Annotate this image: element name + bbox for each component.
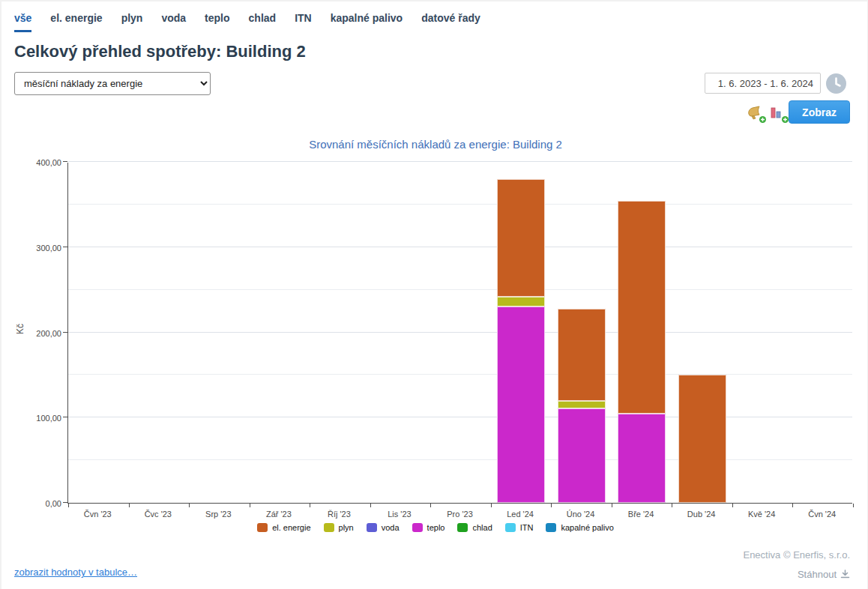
bar-segment-el-energie[interactable]	[678, 375, 726, 503]
x-tick-label: Srp '23	[184, 510, 252, 519]
x-tick-label: Říj '23	[305, 510, 373, 519]
legend-swatch	[367, 523, 377, 532]
x-tick	[612, 504, 612, 507]
legend-swatch	[505, 523, 516, 532]
y-tick-label: 200,00	[1, 329, 61, 338]
legend-label: el. energie	[272, 523, 310, 532]
x-tick-label: Bře '24	[607, 510, 675, 519]
tab-v-e[interactable]: vše	[14, 12, 31, 32]
x-tick	[792, 504, 793, 507]
legend-label: voda	[382, 523, 400, 532]
bar-segment-el-energie[interactable]	[558, 309, 606, 401]
x-tick-label: Čvn '24	[789, 510, 856, 519]
legend-label: teplo	[427, 523, 445, 532]
y-tick-label: 0,00	[1, 499, 61, 508]
chart-legend: el. energieplynvodateplochladITNkapalné …	[1, 523, 868, 532]
legend-item-ITN[interactable]: ITN	[505, 523, 534, 532]
legend-swatch	[257, 523, 268, 532]
legend-swatch	[457, 523, 468, 532]
brand-text: Enectiva © Enerfis, s.r.o.	[743, 549, 850, 561]
y-tick-label: 100,00	[1, 414, 61, 423]
date-range-input[interactable]	[705, 73, 821, 94]
x-tick-label: Lis '23	[366, 510, 433, 519]
legend-label: kapalné palivo	[561, 523, 613, 532]
stacked-bar-chart: Srovnání měsíčních nákladů za energie: B…	[1, 130, 868, 550]
y-tick	[63, 247, 67, 247]
tab-plyn[interactable]: plyn	[121, 12, 143, 32]
tab-ITN[interactable]: ITN	[295, 12, 312, 32]
tab-kapaln-palivo[interactable]: kapalné palivo	[331, 12, 403, 32]
x-tick	[672, 504, 672, 507]
tab-datov-ady[interactable]: datové řady	[421, 12, 480, 32]
x-tick-label: Dub '24	[668, 510, 735, 519]
bar-segment-plyn[interactable]	[497, 297, 545, 307]
x-tick	[853, 504, 854, 507]
bar-segment-plyn[interactable]	[558, 401, 606, 408]
gridline	[68, 417, 852, 417]
tab-voda[interactable]: voda	[161, 12, 186, 32]
legend-item-chlad[interactable]: chlad	[457, 523, 492, 532]
x-tick	[430, 504, 431, 507]
legend-swatch	[546, 523, 556, 532]
legend-item-kapaln-palivo[interactable]: kapalné palivo	[546, 523, 613, 532]
x-tick-label: Čvc '23	[124, 510, 192, 519]
bar-segment-teplo[interactable]	[558, 408, 606, 503]
x-tick	[491, 504, 492, 507]
show-button[interactable]: Zobraz	[789, 100, 850, 124]
y-tick-label: 400,00	[1, 158, 61, 167]
y-tick	[63, 161, 67, 162]
x-tick	[250, 504, 250, 507]
gridline	[68, 247, 852, 247]
download-button[interactable]: Stáhnout	[798, 569, 850, 580]
bar-segment-teplo[interactable]	[618, 414, 666, 503]
y-tick	[63, 332, 67, 333]
y-tick	[63, 502, 67, 503]
bar-segment-el-energie[interactable]	[497, 179, 545, 297]
gridline	[68, 204, 852, 205]
x-tick	[732, 504, 733, 507]
x-tick	[551, 504, 552, 507]
x-tick-label: Úno '24	[547, 510, 615, 519]
download-label: Stáhnout	[798, 569, 837, 580]
bar-segment-teplo[interactable]	[497, 306, 545, 503]
gridline	[68, 332, 852, 333]
gridline	[68, 374, 852, 375]
energy-dashboard-page: všeel. energieplynvodateplochladITNkapal…	[0, 0, 868, 589]
page-title: Celkový přehled spotřeby: Building 2	[14, 42, 306, 61]
legend-swatch	[324, 523, 334, 532]
plot-area	[67, 163, 852, 504]
chart-action-icons	[747, 106, 786, 121]
x-tick	[129, 504, 130, 507]
tab-el-energie[interactable]: el. energie	[50, 12, 102, 32]
legend-swatch	[412, 523, 423, 532]
legend-item-el-energie[interactable]: el. energie	[257, 523, 310, 532]
x-tick	[370, 504, 371, 507]
y-tick	[63, 417, 67, 417]
legend-label: plyn	[339, 523, 354, 532]
megaphone-add-icon[interactable]	[747, 106, 764, 121]
legend-item-teplo[interactable]: teplo	[412, 523, 445, 532]
gridline	[68, 161, 852, 162]
tab-chlad[interactable]: chlad	[249, 12, 277, 32]
x-tick	[68, 504, 69, 507]
x-tick-label: Led '24	[486, 510, 554, 519]
clock-button[interactable]	[826, 73, 846, 94]
metric-select[interactable]: měsíční náklady za energie	[14, 72, 211, 95]
y-tick-label: 300,00	[1, 244, 61, 253]
show-values-table-link[interactable]: zobrazit hodnoty v tabulce…	[14, 567, 137, 578]
bar-segment-el-energie[interactable]	[618, 201, 666, 413]
legend-item-voda[interactable]: voda	[367, 523, 400, 532]
x-tick	[189, 504, 190, 507]
bar-chart-add-icon[interactable]	[770, 106, 786, 121]
gridline	[68, 289, 852, 290]
legend-label: chlad	[472, 523, 492, 532]
x-tick	[310, 504, 310, 507]
clock-icon	[826, 73, 846, 94]
legend-item-plyn[interactable]: plyn	[324, 523, 354, 532]
x-tick-label: Čvn '23	[64, 510, 131, 519]
download-icon	[840, 570, 850, 579]
chart-title: Srovnání měsíčních nákladů za energie: B…	[1, 138, 868, 151]
x-tick-label: Zář '23	[245, 510, 313, 519]
legend-label: ITN	[520, 523, 534, 532]
tab-teplo[interactable]: teplo	[205, 12, 229, 32]
